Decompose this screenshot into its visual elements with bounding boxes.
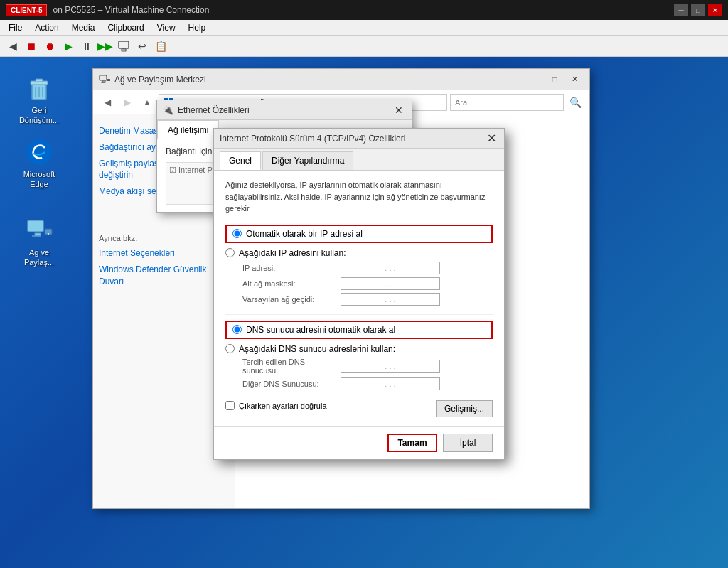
toolbar-undo-button[interactable]: ↩: [134, 38, 151, 55]
auto-ip-radio[interactable]: [232, 229, 242, 238]
vm-title-controls: ─ □ ✕: [674, 4, 722, 16]
recycle-bin-label: GeriDönüşüm...: [19, 105, 59, 126]
ipv4-tab-alternate[interactable]: Diğer Yapılandırma: [262, 151, 353, 170]
ok-button[interactable]: Tamam: [387, 434, 437, 452]
ipv4-close-button[interactable]: ✕: [484, 132, 498, 146]
ipv4-tabs: Genel Diğer Yapılandırma: [214, 149, 504, 171]
ip-address-input[interactable]: . . .: [341, 262, 440, 274]
sidebar-link-internet-options[interactable]: Internet Seçenekleri: [99, 245, 229, 262]
ipv4-description: Ağınız destekliyorsa, IP ayarlarının oto…: [225, 179, 493, 215]
vm-toolbar: ◀ ⏹ ⏺ ▶ ⏸ ▶▶ ↩ 📋: [0, 36, 728, 57]
network-close-button[interactable]: ✕: [565, 72, 584, 87]
menu-view[interactable]: View: [151, 21, 181, 34]
manual-ip-radio-row[interactable]: Aşağıdaki IP adresini kullan:: [225, 246, 493, 260]
auto-dns-radio[interactable]: [232, 325, 242, 334]
network-window-title-text: Ağ ve Paylaşım Merkezi: [114, 75, 206, 85]
subnet-mask-row: Alt ağ maskesi: . . .: [225, 276, 493, 291]
desktop-icon-network[interactable]: Ağ vePaylaş...: [14, 213, 64, 271]
vm-title-left: CLIENT-5 on PC5525 – Virtual Machine Con…: [6, 4, 209, 16]
manual-dns-radio[interactable]: [225, 344, 235, 353]
ip-address-label: IP adresi:: [242, 264, 335, 272]
svg-rect-18: [107, 79, 110, 81]
toolbar-clipboard-button[interactable]: 📋: [152, 38, 169, 55]
vm-close-button[interactable]: ✕: [708, 4, 722, 16]
manual-ip-label: Aşağıdaki IP adresini kullan:: [239, 248, 346, 258]
vm-minimize-button[interactable]: ─: [674, 4, 688, 16]
ipv4-dialog: İnternet Protokolü Sürüm 4 (TCP/IPv4) Öz…: [213, 128, 505, 460]
alternate-dns-row: Diğer DNS Sunucusu: . . .: [225, 376, 493, 392]
manual-ip-radio[interactable]: [225, 248, 235, 257]
manual-dns-radio-row[interactable]: Aşağıdaki DNS sunucu adreslerini kullan:: [225, 342, 493, 356]
ethernet-close-button[interactable]: ✕: [392, 103, 406, 117]
preferred-dns-label: Tercih edilen DNS sunucusu:: [242, 358, 335, 375]
desktop: GeriDönüşüm... MicrosoftEdge: [0, 57, 728, 568]
svg-rect-10: [28, 220, 43, 232]
network-window-icon: [99, 74, 110, 85]
edge-icon: [25, 138, 53, 166]
svg-rect-1: [122, 49, 126, 51]
ethernet-titlebar: 🔌 Ethernet Özellikleri ✕: [157, 100, 412, 120]
ethernet-tab-network[interactable]: Ağ iletişimi: [157, 120, 219, 139]
validate-checkbox[interactable]: [225, 401, 235, 410]
nav-up-button[interactable]: ▲: [139, 94, 156, 111]
gateway-row: Varsayılan ağ geçidi: . . .: [225, 291, 493, 307]
subnet-mask-input[interactable]: . . .: [341, 277, 440, 290]
menu-media[interactable]: Media: [66, 21, 101, 34]
sidebar-link-firewall[interactable]: Windows Defender Güvenlik Duvarı: [99, 262, 229, 290]
svg-point-9: [26, 139, 52, 165]
toolbar-play-button[interactable]: ▶: [60, 38, 77, 55]
svg-rect-15: [100, 75, 107, 80]
svg-point-14: [48, 233, 49, 235]
edge-label: MicrosoftEdge: [23, 169, 55, 190]
toolbar-forward-button[interactable]: ▶▶: [97, 38, 114, 55]
toolbar-record-button[interactable]: ⏺: [41, 38, 58, 55]
svg-rect-5: [36, 79, 43, 82]
ipv4-body: Ağınız destekliyorsa, IP ayarlarının oto…: [214, 171, 504, 426]
manual-dns-label: Aşağıdaki DNS sunucu adreslerini kullan:: [239, 344, 395, 354]
vm-window: CLIENT-5 on PC5525 – Virtual Machine Con…: [0, 0, 728, 568]
network-window-titlebar: Ağ ve Paylaşım Merkezi ─ □ ✕: [93, 69, 589, 90]
validate-checkbox-row[interactable]: Çıkarken ayarları doğrula: [225, 401, 327, 410]
network-maximize-button[interactable]: □: [545, 72, 564, 87]
search-input[interactable]: [450, 94, 564, 111]
preferred-dns-input[interactable]: . . .: [341, 360, 440, 373]
toolbar-pause-button[interactable]: ⏸: [78, 38, 95, 55]
toolbar-network-button[interactable]: [115, 38, 132, 55]
ipv4-tab-general[interactable]: Genel: [220, 151, 261, 170]
menu-help[interactable]: Help: [183, 21, 212, 34]
validate-label: Çıkarken ayarları doğrula: [239, 402, 327, 410]
menu-clipboard[interactable]: Clipboard: [102, 21, 149, 34]
desktop-icon-recycle[interactable]: GeriDönüşüm...: [14, 71, 64, 129]
toolbar-stop-button[interactable]: ⏹: [23, 38, 40, 55]
vm-maximize-button[interactable]: □: [691, 4, 705, 16]
desktop-icon-edge[interactable]: MicrosoftEdge: [14, 135, 64, 193]
network-icon: [25, 216, 53, 245]
network-window-title: Ağ ve Paylaşım Merkezi: [99, 74, 206, 85]
svg-rect-0: [119, 41, 129, 48]
network-minimize-button[interactable]: ─: [525, 72, 544, 87]
auto-ip-label: Otomatik olarak bir IP adresi al: [246, 229, 363, 239]
alternate-dns-label: Diğer DNS Sunucusu:: [242, 380, 335, 388]
ipv4-bottom-buttons: Tamam İptal: [214, 426, 504, 459]
search-button[interactable]: 🔍: [567, 94, 584, 111]
toolbar-back-button[interactable]: ◀: [4, 38, 21, 55]
preferred-dns-row: Tercih edilen DNS sunucusu: . . .: [225, 356, 493, 376]
section-divider: [225, 314, 493, 315]
vm-title-text: on PC5525 – Virtual Machine Connection: [53, 5, 209, 15]
ethernet-title-text: Ethernet Özellikleri: [178, 105, 250, 115]
cancel-button[interactable]: İptal: [443, 434, 493, 452]
menu-file[interactable]: File: [3, 21, 28, 34]
auto-dns-radio-row[interactable]: DNS sunucu adresini otomatik olarak al: [225, 321, 493, 339]
sidebar-also-section: Ayrıca bkz. Internet Seçenekleri Windows…: [99, 211, 229, 289]
nav-forward-button[interactable]: ▶: [119, 94, 136, 111]
gateway-input[interactable]: . . .: [341, 293, 440, 306]
alternate-dns-input[interactable]: . . .: [341, 377, 440, 390]
advanced-button[interactable]: Gelişmiş...: [436, 400, 493, 417]
recycle-bin-icon: [25, 74, 53, 102]
auto-ip-radio-row[interactable]: Otomatik olarak bir IP adresi al: [225, 225, 493, 243]
client-badge: CLIENT-5: [6, 4, 47, 16]
network-label: Ağ vePaylaş...: [24, 247, 54, 268]
nav-back-button[interactable]: ◀: [99, 94, 116, 111]
auto-dns-label: DNS sunucu adresini otomatik olarak al: [246, 325, 395, 335]
menu-action[interactable]: Action: [29, 21, 64, 34]
